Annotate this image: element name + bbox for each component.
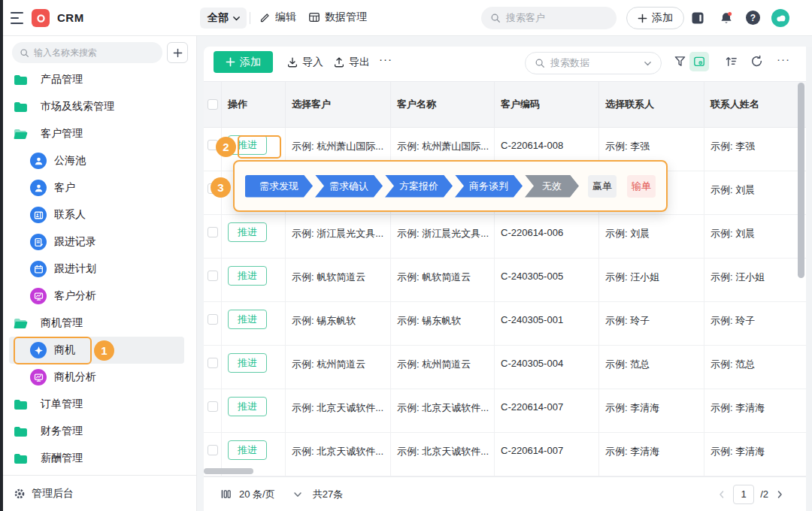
row-checkbox[interactable]	[208, 401, 218, 412]
table-row[interactable]: 推进示例: 帆软简道云示例: 帆软简道云C-240305-005示例: 汪小姐示…	[204, 259, 812, 302]
win-deal-button[interactable]: 赢单	[588, 175, 617, 198]
vertical-scrollbar[interactable]	[798, 83, 804, 278]
scrollbar-gutter	[806, 47, 812, 511]
more-actions-button[interactable]: ···	[379, 53, 392, 65]
add-row-button[interactable]: 添加	[214, 51, 273, 73]
import-button[interactable]: 导入	[286, 56, 323, 69]
sidebar-item[interactable]: 客户	[9, 174, 184, 201]
data-search-input[interactable]: 搜索数据	[525, 52, 662, 74]
scope-dropdown[interactable]: 全部	[200, 8, 247, 29]
top-bar: CRM 全部 编辑 数据管理 搜索客户 添加 ?	[3, 0, 812, 36]
column-header-customer[interactable]: 选择客户	[286, 82, 391, 127]
advance-button[interactable]: 推进	[228, 440, 267, 460]
cell-code: C-240305-004	[495, 346, 599, 389]
app-logo-icon[interactable]	[32, 9, 50, 27]
column-header-code[interactable]: 客户编码	[495, 82, 599, 127]
select-all-checkbox[interactable]	[208, 99, 218, 110]
user-avatar[interactable]	[771, 9, 789, 27]
data-management-button[interactable]: 数据管理	[308, 11, 367, 24]
pipeline-stage[interactable]: 无效	[525, 175, 579, 198]
page-number-input[interactable]: 1	[733, 485, 754, 504]
table-row[interactable]: 推进示例: 浙江晨光文具...示例: 浙江晨光文具...C-220614-006…	[204, 215, 812, 259]
row-checkbox[interactable]	[208, 358, 218, 368]
column-header-contact[interactable]: 选择联系人	[599, 82, 704, 127]
sidebar-item-label: 市场及线索管理	[41, 100, 114, 113]
next-page-icon[interactable]	[774, 489, 785, 500]
pipeline-stage[interactable]: 需求发现	[245, 175, 313, 198]
sidebar-item-label: 薪酬管理	[41, 452, 83, 465]
stage-pipeline: 需求发现需求确认方案报价商务谈判无效	[245, 175, 579, 198]
advance-button[interactable]: 推进	[228, 353, 267, 373]
sidebar-folder[interactable]: 客户管理	[9, 120, 184, 147]
filter-icon[interactable]	[674, 55, 686, 68]
lose-deal-button[interactable]: 输单	[627, 175, 656, 198]
column-header-action[interactable]: 操作	[222, 82, 286, 127]
prev-page-icon[interactable]	[717, 489, 727, 500]
table-row[interactable]: 推进示例: 北京天诚软件...示例: 北京天诚软件...C-220614-007…	[204, 389, 812, 433]
folder-icon	[14, 399, 29, 410]
sidebar-search-input[interactable]: 输入名称来搜索	[12, 42, 162, 63]
sidebar-item[interactable]: 客户分析	[9, 283, 184, 310]
sidebar-item[interactable]: 联系人	[9, 201, 184, 228]
total-count-label: 共27条	[313, 488, 343, 501]
row-checkbox[interactable]	[208, 314, 218, 325]
sidebar-folder[interactable]: 薪酬管理	[9, 445, 184, 472]
notifications-bell-icon[interactable]	[719, 11, 734, 26]
export-button[interactable]: 导出	[333, 56, 370, 69]
workspace-panel-icon[interactable]	[690, 11, 705, 26]
table-row[interactable]: 推进示例: 锡东帆软示例: 锡东帆软C-240305-001示例: 玲子示例: …	[204, 302, 812, 346]
cell-name: 示例: 杭州简道云	[391, 346, 495, 389]
pipeline-stage[interactable]: 商务谈判	[455, 175, 523, 198]
table-header: 操作 选择客户 客户名称 客户编码 选择联系人 联系人姓名	[204, 81, 812, 128]
help-icon[interactable]: ?	[746, 11, 760, 25]
page-size-label[interactable]: 20 条/页	[239, 488, 275, 501]
advance-button[interactable]: 推进	[228, 310, 267, 329]
customer-search-input[interactable]: 搜索客户	[481, 7, 617, 29]
pipeline-stage[interactable]: 需求确认	[315, 175, 383, 198]
new-app-button[interactable]	[167, 42, 188, 63]
menu-icon[interactable]	[11, 12, 24, 24]
sidebar-folder[interactable]: 产品管理	[9, 66, 184, 93]
row-checkbox[interactable]	[208, 227, 218, 237]
field-visibility-icon[interactable]	[689, 52, 709, 71]
pencil-icon	[259, 12, 271, 23]
cell-customer: 示例: 帆软简道云	[286, 259, 391, 301]
row-checkbox[interactable]	[208, 445, 218, 455]
row-checkbox[interactable]	[208, 271, 218, 281]
sidebar-item-label: 产品管理	[41, 73, 83, 86]
sidebar-item[interactable]: 商机分析	[9, 364, 184, 391]
more-options-button[interactable]: ···	[777, 53, 790, 65]
page-size-icon[interactable]	[220, 488, 232, 500]
export-label: 导出	[349, 56, 370, 69]
cell-contact: 示例: 李清海	[599, 389, 704, 432]
sidebar-item[interactable]: 跟进计划	[9, 256, 184, 283]
column-header-name[interactable]: 客户名称	[391, 82, 495, 127]
sort-icon[interactable]	[725, 55, 738, 68]
pipeline-stage[interactable]: 方案报价	[385, 175, 453, 198]
edit-button[interactable]: 编辑	[259, 11, 296, 24]
advance-button[interactable]: 推进	[228, 266, 267, 286]
sidebar-item[interactable]: 公海池	[9, 147, 184, 174]
sidebar-folder[interactable]: 市场及线索管理	[9, 93, 184, 120]
sidebar-item-label: 公海池	[54, 154, 86, 168]
sidebar-folder[interactable]: 财务管理	[9, 418, 184, 445]
cell-contact: 示例: 玲子	[599, 302, 704, 345]
refresh-icon[interactable]	[750, 55, 763, 68]
cell-contact: 示例: 刘晨	[599, 215, 704, 258]
sidebar-folder[interactable]: 订单管理	[9, 391, 184, 418]
sidebar-item-label: 订单管理	[41, 398, 83, 411]
sidebar-folder[interactable]: 商机管理	[9, 310, 184, 337]
cell-contact_name: 示例: 刘晨	[704, 171, 812, 214]
sidebar-item[interactable]: 跟进记录	[9, 228, 184, 256]
horizontal-scrollbar[interactable]	[204, 468, 253, 474]
admin-console-button[interactable]: 管理后台	[3, 475, 196, 511]
advance-button[interactable]: 推进	[228, 397, 267, 416]
advance-button[interactable]: 推进	[228, 222, 267, 242]
add-row-label: 添加	[240, 56, 261, 69]
column-header-contact-name[interactable]: 联系人姓名	[704, 82, 812, 127]
sidebar-item-label: 跟进计划	[54, 262, 96, 276]
table-row[interactable]: 推进示例: 北京天诚软件...示例: 北京天诚软件...C-220614-007…	[204, 433, 812, 476]
table-row[interactable]: 推进示例: 杭州简道云示例: 杭州简道云C-240305-004示例: 范总示例…	[204, 346, 812, 389]
chevron-down-icon[interactable]	[293, 490, 302, 499]
add-record-button[interactable]: 添加	[626, 7, 684, 29]
